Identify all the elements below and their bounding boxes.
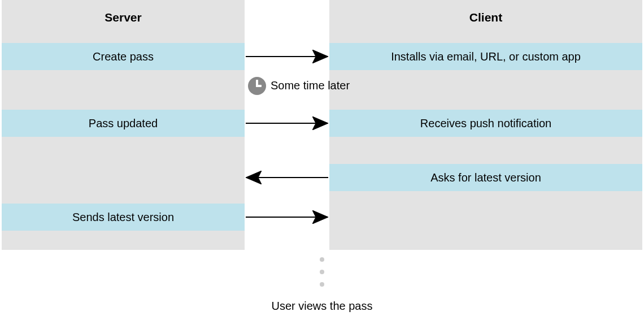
client-row-installs: Installs via email, URL, or custom app xyxy=(329,43,642,70)
dot xyxy=(320,257,324,262)
server-header: Server xyxy=(2,0,245,35)
dot xyxy=(320,282,324,287)
server-row-sends-latest: Sends latest version xyxy=(2,204,245,231)
server-row-create-pass: Create pass xyxy=(2,43,245,70)
ellipsis-dots xyxy=(2,257,642,287)
client-column: Client Installs via email, URL, or custo… xyxy=(329,0,642,250)
footer-label: User views the pass xyxy=(2,300,642,313)
time-later-label: Some time later xyxy=(271,79,350,92)
arrows-layer xyxy=(245,0,329,250)
clock-icon xyxy=(248,77,266,95)
client-row-asks-latest: Asks for latest version xyxy=(329,164,642,191)
server-row-pass-updated: Pass updated xyxy=(2,110,245,137)
client-row-receives-push: Receives push notification xyxy=(329,110,642,137)
server-column: Server Create pass Pass updated Sends la… xyxy=(2,0,245,250)
client-header: Client xyxy=(329,0,642,35)
dot xyxy=(320,270,324,274)
